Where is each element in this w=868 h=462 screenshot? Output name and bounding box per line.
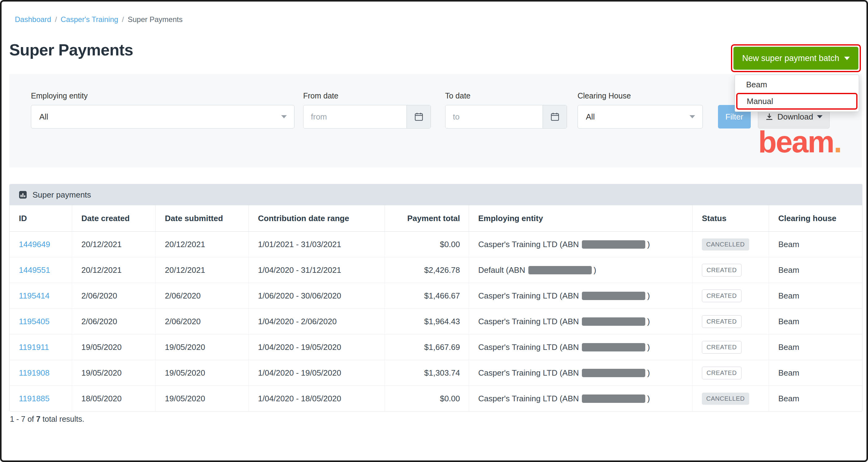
entity-suffix: ): [647, 291, 650, 301]
results-count-suffix: total results.: [40, 415, 85, 423]
entity-name: Casper's Training LTD (ABN: [478, 291, 579, 301]
cell-payment-total: $0.00: [384, 386, 469, 411]
beam-logo-text: beam: [758, 125, 834, 159]
cell-clearing-house: Beam: [769, 283, 862, 309]
cell-date-created: 19/05/2020: [72, 335, 155, 360]
table-body: 144964920/12/202120/12/20211/01/2021 - 3…: [9, 232, 862, 411]
annotation-manual: Manual: [736, 93, 858, 110]
cell-status: CANCELLED: [692, 386, 769, 411]
cell-contribution-range: 1/04/2020 - 18/05/2020: [248, 386, 384, 411]
cell-payment-total: $0.00: [384, 232, 469, 257]
status-badge: CREATED: [702, 341, 742, 354]
entity-suffix: ): [647, 343, 650, 352]
payment-id-link[interactable]: 1195405: [19, 317, 50, 326]
status-badge: CREATED: [702, 315, 742, 328]
cell-id: 1195414: [9, 283, 72, 309]
cell-employing-entity: Casper's Training LTD (ABN): [469, 283, 692, 309]
new-super-payment-batch-button[interactable]: New super payment batch: [734, 47, 859, 70]
table-row: 119188518/05/202019/05/20201/04/2020 - 1…: [9, 386, 862, 411]
filter-panel: Employing entity All From date To date: [9, 74, 862, 168]
redacted-abn: [582, 395, 645, 403]
to-date-calendar-button[interactable]: [542, 105, 567, 128]
cell-contribution-range: 1/01/2021 - 31/03/2021: [248, 232, 384, 257]
redacted-abn: [582, 292, 645, 300]
from-date-input[interactable]: [304, 105, 406, 128]
cell-payment-total: $1,964.43: [384, 309, 469, 334]
app-window: Dashboard / Casper's Training / Super Pa…: [0, 0, 868, 462]
menu-item-manual[interactable]: Manual: [738, 94, 856, 108]
cell-id: 1191911: [9, 335, 72, 360]
cell-status: CREATED: [692, 309, 769, 334]
cell-status: CANCELLED: [692, 232, 769, 257]
breadcrumb-separator: /: [122, 15, 124, 24]
cell-id: 1191885: [9, 386, 72, 411]
from-date-calendar-button[interactable]: [406, 105, 431, 128]
table-row: 119191119/05/202019/05/20201/04/2020 - 1…: [9, 335, 862, 360]
table-row: 144955120/12/202120/12/20211/04/2020 - 3…: [9, 257, 862, 283]
redacted-abn: [582, 343, 645, 351]
cell-status: CREATED: [692, 257, 769, 283]
entity-name: Casper's Training LTD (ABN: [478, 343, 579, 352]
status-badge: CREATED: [702, 290, 742, 302]
breadcrumb-business[interactable]: Casper's Training: [61, 15, 118, 24]
entity-suffix: ): [647, 394, 650, 403]
download-label: Download: [777, 112, 813, 122]
column-header-date-submitted: Date submitted: [155, 205, 248, 231]
beam-logo-dot: .: [834, 125, 841, 159]
cell-clearing-house: Beam: [769, 335, 862, 360]
cell-date-created: 19/05/2020: [72, 360, 155, 385]
cell-payment-total: $1,667.69: [384, 335, 469, 360]
entity-suffix: ): [647, 317, 650, 326]
cell-clearing-house: Beam: [769, 309, 862, 334]
entity-suffix: ): [647, 240, 650, 249]
cell-contribution-range: 1/06/2020 - 30/06/2020: [248, 283, 384, 309]
table-row: 11954052/06/20202/06/20201/04/2020 - 2/0…: [9, 309, 862, 335]
to-date-input[interactable]: [445, 105, 542, 128]
payment-id-link[interactable]: 1449649: [19, 240, 50, 249]
menu-item-beam[interactable]: Beam: [735, 77, 859, 92]
redacted-abn: [528, 266, 592, 275]
results-count-total: 7: [36, 415, 40, 423]
payment-id-link[interactable]: 1191908: [19, 368, 50, 378]
payment-id-link[interactable]: 1195414: [19, 291, 50, 301]
redacted-abn: [582, 317, 645, 326]
cell-contribution-range: 1/04/2020 - 31/12/2021: [248, 257, 384, 283]
payment-id-link[interactable]: 1449551: [19, 265, 50, 275]
column-header-payment-total: Payment total: [384, 205, 469, 231]
payment-id-link[interactable]: 1191911: [19, 343, 49, 352]
download-icon: [765, 112, 774, 121]
status-badge: CANCELLED: [702, 238, 749, 251]
breadcrumb-dashboard[interactable]: Dashboard: [15, 15, 51, 24]
payment-id-link[interactable]: 1191885: [19, 394, 50, 403]
column-header-id: ID: [9, 205, 72, 231]
cell-date-submitted: 20/12/2021: [155, 232, 248, 257]
clearing-house-select[interactable]: All: [578, 105, 703, 128]
entity-name: Casper's Training LTD (ABN: [478, 317, 579, 326]
cell-date-created: 20/12/2021: [72, 232, 155, 257]
chevron-down-icon: [817, 115, 823, 118]
column-header-clearing-house: Clearing house: [769, 205, 862, 231]
cell-payment-total: $1,466.67: [384, 283, 469, 309]
status-badge: CREATED: [702, 367, 742, 379]
cell-date-submitted: 19/05/2020: [155, 386, 248, 411]
entity-name: Casper's Training LTD (ABN: [478, 394, 579, 403]
column-header-contribution-date-range: Contribution date range: [248, 205, 384, 231]
cell-payment-total: $1,303.74: [384, 360, 469, 385]
cell-clearing-house: Beam: [769, 360, 862, 385]
from-date-group: [303, 105, 431, 128]
cell-date-created: 2/06/2020: [72, 309, 155, 334]
cell-id: 1195405: [9, 309, 72, 334]
employing-entity-select[interactable]: All: [31, 105, 294, 128]
bar-chart-icon: [18, 190, 28, 199]
chevron-down-icon: [689, 115, 695, 118]
column-header-date-created: Date created: [72, 205, 155, 231]
cell-employing-entity: Casper's Training LTD (ABN): [469, 232, 692, 257]
cell-clearing-house: Beam: [769, 257, 862, 283]
cell-contribution-range: 1/04/2020 - 19/05/2020: [248, 335, 384, 360]
entity-name: Casper's Training LTD (ABN: [478, 240, 579, 249]
column-header-status: Status: [692, 205, 769, 231]
employing-entity-value: All: [39, 112, 48, 122]
table-row: 119190819/05/202019/05/20201/04/2020 - 1…: [9, 360, 862, 386]
cell-employing-entity: Casper's Training LTD (ABN): [469, 386, 692, 411]
chevron-down-icon: [844, 57, 850, 60]
